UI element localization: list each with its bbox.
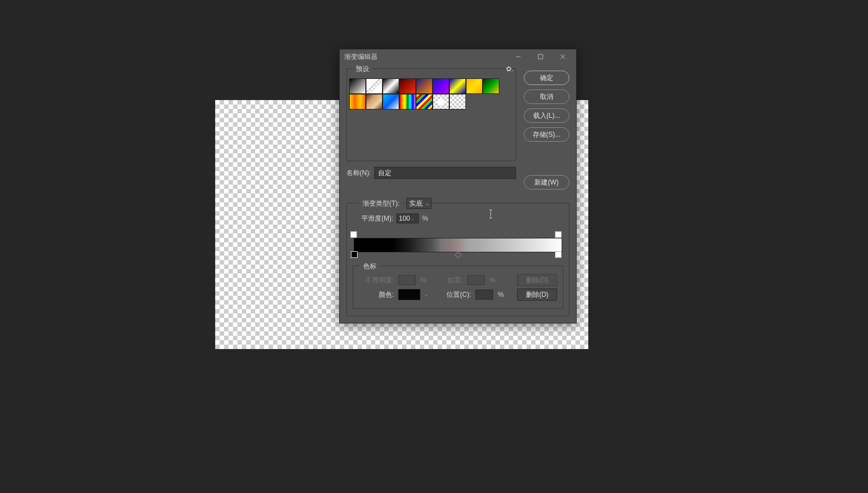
delete-color-stop-button[interactable]: 删除(D) [517, 288, 557, 301]
preset-swatch-1[interactable] [366, 78, 383, 94]
gradient-type-select[interactable]: 实底 [406, 198, 431, 209]
opacity-field-label: 不透明度: [365, 276, 394, 285]
preset-swatch-5[interactable] [433, 78, 449, 94]
preset-swatch-2[interactable] [383, 78, 399, 94]
gradient-settings-group: 渐变类型(T): 实底 平滑度(M): 100 % 色标 不透明度: [346, 203, 569, 316]
smoothness-input[interactable]: 100 [396, 213, 419, 223]
presets-panel: 预设 ✿. [346, 68, 516, 161]
delete-opacity-stop-button: 删除(D) [517, 274, 557, 286]
preset-swatch-11[interactable] [383, 94, 399, 109]
color-stop-right[interactable] [555, 251, 562, 258]
svg-rect-1 [538, 54, 543, 59]
gradient-midpoint[interactable] [454, 251, 462, 258]
percent-label: % [422, 215, 428, 222]
dialog-title: 渐变编辑器 [344, 52, 507, 62]
text-cursor-icon [490, 210, 491, 218]
save-button[interactable]: 存储(S)... [524, 127, 569, 142]
name-label: 名称(N): [346, 168, 371, 178]
percent-1: % [420, 276, 426, 284]
percent-3: % [498, 291, 504, 298]
minimize-button[interactable] [507, 49, 529, 64]
opacity-stop-left[interactable] [350, 231, 357, 238]
opacity-position-label: 位置: [448, 276, 463, 285]
name-input[interactable] [374, 167, 516, 179]
gradient-editor-dialog: 渐变编辑器 预设 ✿. 名称(N): 确定 [339, 49, 577, 323]
color-position-input[interactable] [475, 290, 493, 300]
preset-swatch-13[interactable] [416, 94, 433, 109]
load-button[interactable]: 载入(L)... [524, 108, 569, 123]
gradient-preview[interactable] [354, 238, 562, 252]
opacity-stop-right[interactable] [555, 231, 562, 238]
preset-swatch-7[interactable] [466, 78, 483, 94]
maximize-button[interactable] [529, 49, 552, 64]
preset-swatch-6[interactable] [449, 78, 466, 94]
presets-label: 预设 [354, 64, 371, 74]
preset-swatch-14[interactable] [433, 94, 449, 109]
new-button[interactable]: 新建(W) [524, 175, 569, 190]
color-position-label: 位置(C): [447, 290, 471, 300]
color-field-label: 颜色: [379, 290, 394, 300]
preset-swatch-10[interactable] [366, 94, 383, 109]
preset-swatch-4[interactable] [416, 78, 433, 94]
gradient-type-label: 渐变类型(T): [359, 199, 403, 208]
preset-swatch-8[interactable] [483, 78, 499, 94]
color-swatch-input[interactable] [398, 289, 420, 300]
stops-label: 色标 [360, 262, 380, 271]
gradient-bar[interactable] [353, 230, 563, 258]
opacity-input [398, 275, 416, 285]
percent-2: % [489, 276, 495, 284]
cancel-button[interactable]: 取消 [524, 89, 569, 104]
chevron-down-icon[interactable]: ⌵ [425, 292, 428, 297]
stops-group: 色标 不透明度: % 位置: % 删除(D) 颜色: ⌵ 位置(C): [353, 266, 563, 309]
opacity-position-input [467, 275, 485, 285]
smoothness-label: 平滑度(M): [361, 214, 393, 223]
preset-swatch-0[interactable] [349, 78, 366, 94]
preset-swatch-3[interactable] [399, 78, 416, 94]
dialog-titlebar[interactable]: 渐变编辑器 [340, 49, 576, 64]
preset-swatch-15[interactable] [449, 94, 466, 109]
gear-icon[interactable]: ✿. [506, 65, 513, 73]
ok-button[interactable]: 确定 [524, 71, 569, 85]
color-stop-left[interactable] [351, 251, 358, 258]
preset-swatch-9[interactable] [349, 94, 366, 109]
close-button[interactable] [552, 49, 574, 64]
preset-swatch-grid [347, 74, 515, 112]
preset-swatch-12[interactable] [399, 94, 416, 109]
